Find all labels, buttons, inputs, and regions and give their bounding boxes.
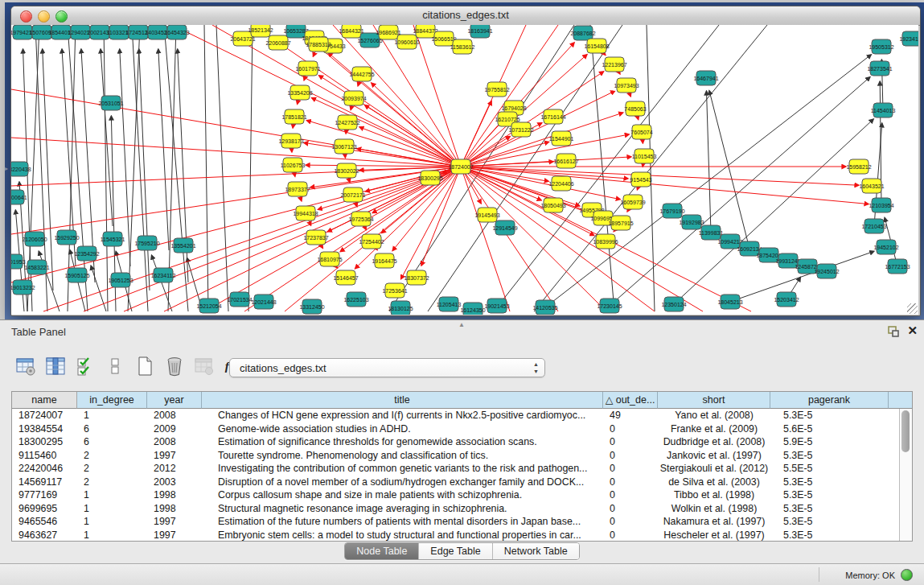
graph-node[interactable]: 11026753 (281, 158, 306, 172)
graph-node[interactable]: 21206050 (22, 232, 47, 246)
graph-node[interactable]: 13067123 (331, 139, 356, 154)
graph-node[interactable]: 12213967 (602, 57, 626, 72)
graph-node[interactable]: 10960610 (394, 35, 419, 49)
table-row[interactable]: 911546021997Tourette syndrome. Phenomeno… (12, 449, 900, 463)
graph-node[interactable]: 19245012 (814, 264, 839, 278)
graph-node[interactable]: 11545321 (101, 232, 125, 246)
graph-node[interactable]: 20093974 (341, 91, 366, 105)
tab-network-table[interactable]: Network Table (493, 543, 579, 559)
graph-node[interactable]: 9154543 (630, 172, 651, 187)
graph-node[interactable]: 18163941 (467, 25, 492, 38)
graph-node[interactable]: 20072171 (340, 187, 365, 202)
column-header-name[interactable]: name (12, 392, 77, 409)
scrollbar-thumb[interactable] (901, 410, 910, 452)
graph-node[interactable]: 15203412 (774, 292, 799, 307)
network-canvas[interactable]: 1979421315076092185440121294021320021432… (11, 25, 918, 315)
graph-node[interactable]: 17254402 (359, 234, 384, 249)
unselect-all-columns-icon[interactable] (104, 355, 126, 377)
close-icon[interactable]: ✕ (907, 323, 918, 338)
graph-node[interactable]: 19145493 (474, 208, 499, 222)
graph-node[interactable]: 12204406 (548, 176, 573, 191)
graph-node[interactable]: 18300295 (417, 171, 442, 185)
show-columns-icon[interactable] (44, 355, 67, 377)
graph-node[interactable]: 15905125 (64, 268, 89, 282)
graph-node[interactable]: 12103954 (869, 198, 893, 212)
graph-node[interactable]: 16616127 (553, 154, 578, 168)
graph-node[interactable]: 22060887 (265, 35, 290, 50)
graph-node[interactable]: 15958212 (846, 159, 871, 174)
graph-node[interactable]: 18973377 (285, 182, 310, 196)
zoom-window-button[interactable] (55, 10, 68, 23)
table-row[interactable]: 1938455462009Genome-wide association stu… (12, 422, 900, 436)
network-canvas-svg[interactable]: 1979421315076092185440121294021320021432… (11, 25, 918, 315)
graph-node[interactable]: 11399831 (699, 225, 724, 240)
graph-node[interactable]: 19505312 (869, 39, 893, 54)
graph-node[interactable]: 14583221 (24, 260, 49, 274)
graph-node[interactable]: 16467941 (693, 71, 718, 85)
graph-node[interactable]: 16017971 (295, 61, 320, 76)
graph-node[interactable]: 12427522 (335, 115, 359, 130)
table-row[interactable]: 2242004622012Investigating the contribut… (12, 462, 900, 476)
panel-divider-grip[interactable]: ▲ (458, 321, 465, 328)
graph-node[interactable]: 12938173 (278, 134, 303, 148)
graph-node[interactable]: 19452102 (873, 240, 898, 254)
table-row[interactable]: 977716911998Corpus callosum shape and si… (12, 488, 900, 502)
table-row[interactable]: 969969511998Structural magnetic resonanc… (12, 502, 900, 516)
graph-node[interactable]: 18050493 (540, 198, 565, 212)
graph-node[interactable]: 7485063 (624, 101, 646, 116)
graph-node[interactable]: 19021453 (484, 299, 509, 313)
graph-node[interactable]: 18045213 (717, 295, 742, 309)
graph-node[interactable]: 19192983 (679, 215, 704, 229)
close-window-button[interactable] (20, 10, 32, 23)
window-resize-grip[interactable] (907, 303, 918, 314)
graph-node[interactable]: 16059739 (620, 195, 645, 209)
graph-node[interactable]: 17595210 (134, 236, 159, 250)
graph-node[interactable]: 15929250 (54, 230, 79, 245)
table-row[interactable]: 1872400712008Changes of HCN gene express… (12, 409, 900, 422)
minimize-window-button[interactable] (38, 10, 50, 23)
graph-node[interactable]: 17679190 (659, 204, 684, 218)
table-row[interactable]: 946362711997Embryonic stem cells: a mode… (12, 529, 900, 542)
graph-node[interactable]: 17237837 (303, 230, 328, 245)
graph-node[interactable]: 17885312 (306, 37, 331, 51)
column-header-year[interactable]: year (147, 392, 202, 409)
graph-node[interactable]: 10731222 (508, 122, 533, 137)
column-header-short[interactable]: short (658, 392, 770, 409)
graph-node[interactable]: 19051253 (108, 273, 133, 287)
column-header-pagerank[interactable]: pagerank (770, 392, 889, 409)
graph-node[interactable]: 18307372 (404, 270, 429, 285)
graph-node[interactable]: 18220438 (11, 162, 31, 176)
graph-node[interactable]: 20887682 (570, 26, 595, 40)
graph-node[interactable]: 12354292 (74, 246, 99, 261)
table-row[interactable]: 1830029562008Estimation of significance … (12, 435, 900, 449)
graph-node[interactable]: 15212054 (196, 299, 221, 313)
graph-node[interactable]: 11205413 (437, 297, 462, 311)
tab-edge-table[interactable]: Edge Table (419, 543, 492, 559)
create-column-icon[interactable] (133, 355, 156, 377)
graph-node[interactable]: 12021448 (251, 295, 276, 309)
graph-node[interactable]: 18301953 (11, 254, 26, 269)
graph-node[interactable]: 14120535 (532, 300, 557, 315)
graph-node[interactable]: 11015453 (632, 149, 657, 163)
graph-node[interactable]: 16234112 (151, 268, 176, 282)
graph-node[interactable]: 16810975 (317, 252, 342, 266)
graph-node[interactable]: 17851821 (281, 109, 306, 124)
graph-node[interactable]: 10839996 (593, 234, 618, 249)
graph-node[interactable]: 19013232 (11, 280, 35, 295)
table-row[interactable]: 946554611997Estimation of the future num… (12, 515, 900, 529)
column-header-in_degree[interactable]: in_degree (77, 392, 147, 409)
graph-node[interactable]: 18724007 (448, 159, 473, 174)
graph-node[interactable]: 18957915 (608, 216, 633, 230)
graph-node[interactable]: 14442755 (349, 67, 374, 81)
graph-node[interactable]: 13554201 (170, 238, 195, 253)
graph-node[interactable]: 10973493 (614, 78, 639, 93)
graph-node[interactable]: 15146457 (333, 270, 358, 285)
column-header-title[interactable]: title (202, 392, 603, 409)
graph-node[interactable]: 16124350 (460, 303, 485, 315)
graph-node[interactable]: 18302022 (334, 163, 359, 178)
graph-node[interactable]: 19944318 (293, 206, 318, 220)
select-all-columns-icon[interactable] (74, 355, 97, 377)
graph-node[interactable]: 20531051 (98, 96, 123, 110)
graph-node[interactable]: 19755812 (484, 82, 509, 97)
network-window-titlebar[interactable]: citations_edges.txt (11, 6, 920, 26)
